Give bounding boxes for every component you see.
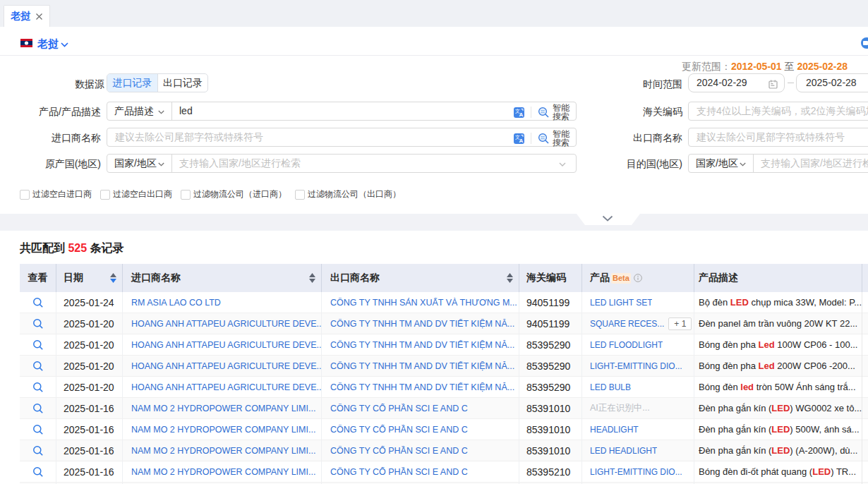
svg-text:A: A bbox=[519, 138, 524, 144]
svg-text:A: A bbox=[519, 111, 524, 118]
